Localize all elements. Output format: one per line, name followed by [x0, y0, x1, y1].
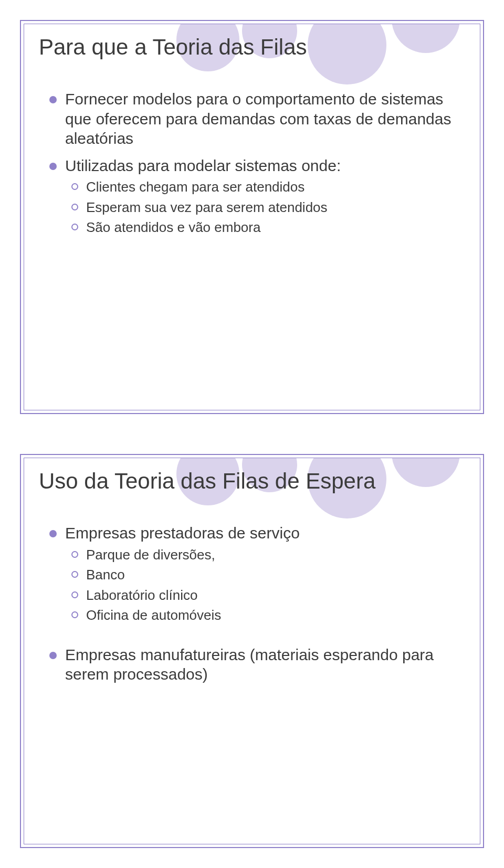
bubble-icon [308, 24, 386, 84]
bullet-level-1: Fornecer modelos para o comportamento de… [49, 89, 459, 149]
bullet-ring-icon [71, 224, 78, 230]
bullet-level-2: São atendidos e vão embora [71, 219, 459, 236]
bullet-text: São atendidos e vão embora [86, 219, 260, 235]
page-2: Uso da Teoria das Filas de Espera Empres… [0, 434, 504, 868]
bubble-icon [392, 24, 460, 53]
slide-content: Fornecer modelos para o comportamento de… [49, 82, 459, 236]
bullet-text: Parque de diversões, [86, 547, 215, 563]
slide-title: Uso da Teoria das Filas de Espera [39, 469, 375, 494]
bullet-level-1: Utilizadas para modelar sistemas onde: [49, 156, 459, 176]
bullet-level-2: Banco [71, 566, 459, 584]
bullet-ring-icon [71, 204, 78, 210]
bullet-text: Oficina de automóveis [86, 607, 221, 623]
slide-inner-border: Uso da Teoria das Filas de Espera Empres… [24, 458, 480, 844]
slide-outer-border: Para que a Teoria das Filas Fornecer mod… [20, 20, 484, 414]
bullet-level-2: Oficina de automóveis [71, 607, 459, 624]
bullet-text: Esperam sua vez para serem atendidos [86, 199, 328, 215]
bullet-level-1: Empresas prestadoras de serviço [49, 523, 459, 543]
slide-content: Empresas prestadoras de serviço Parque d… [49, 516, 459, 684]
bullet-text: Banco [86, 567, 125, 583]
bubble-icon [392, 458, 460, 487]
bullet-level-2: Clientes chegam para ser atendidos [71, 178, 459, 196]
bullet-text: Fornecer modelos para o comportamento de… [65, 90, 451, 147]
bullet-dot-icon [49, 163, 57, 170]
bullet-text: Laboratório clínico [86, 587, 197, 603]
slide-inner-border: Para que a Teoria das Filas Fornecer mod… [24, 24, 480, 410]
bullet-level-2: Esperam sua vez para serem atendidos [71, 199, 459, 216]
bullet-text: Empresas prestadoras de serviço [65, 524, 300, 542]
bullet-text: Utilizadas para modelar sistemas onde: [65, 157, 341, 174]
bullet-dot-icon [49, 96, 57, 103]
bullet-ring-icon [71, 183, 78, 190]
bullet-ring-icon [71, 551, 78, 558]
bullet-level-2: Parque de diversões, [71, 546, 459, 564]
bullet-level-2: Laboratório clínico [71, 587, 459, 604]
bullet-ring-icon [71, 611, 78, 618]
slide-title: Para que a Teoria das Filas [39, 35, 307, 60]
bullet-dot-icon [49, 652, 57, 659]
bullet-dot-icon [49, 530, 57, 537]
page-1: Para que a Teoria das Filas Fornecer mod… [0, 0, 504, 434]
bullet-ring-icon [71, 591, 78, 598]
bullet-text: Clientes chegam para ser atendidos [86, 179, 304, 195]
slide-outer-border: Uso da Teoria das Filas de Espera Empres… [20, 454, 484, 848]
bullet-text: Empresas manufatureiras (materiais esper… [65, 646, 434, 683]
bullet-ring-icon [71, 571, 78, 578]
bullet-level-1: Empresas manufatureiras (materiais esper… [49, 645, 459, 684]
